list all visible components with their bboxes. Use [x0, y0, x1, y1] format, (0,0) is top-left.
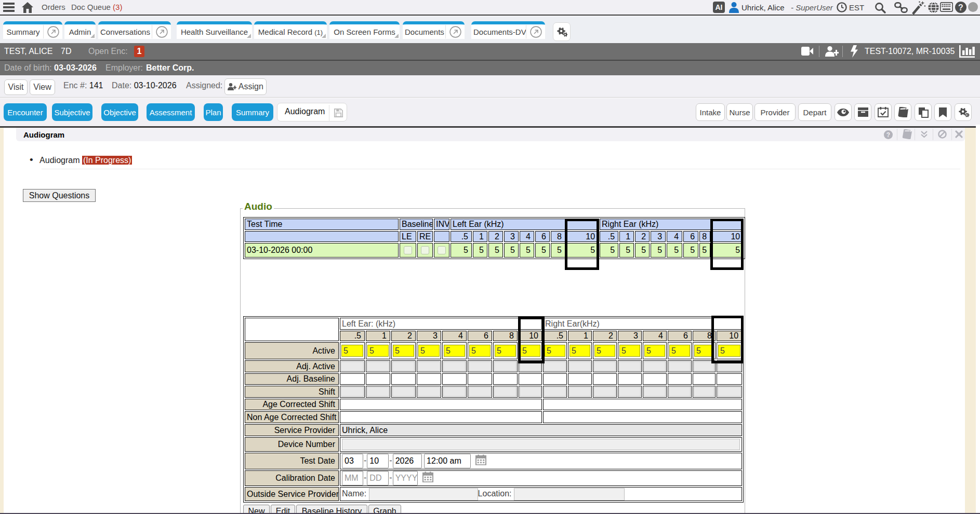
svg-text:?: ?	[886, 131, 890, 139]
svg-text:?: ?	[958, 3, 963, 12]
